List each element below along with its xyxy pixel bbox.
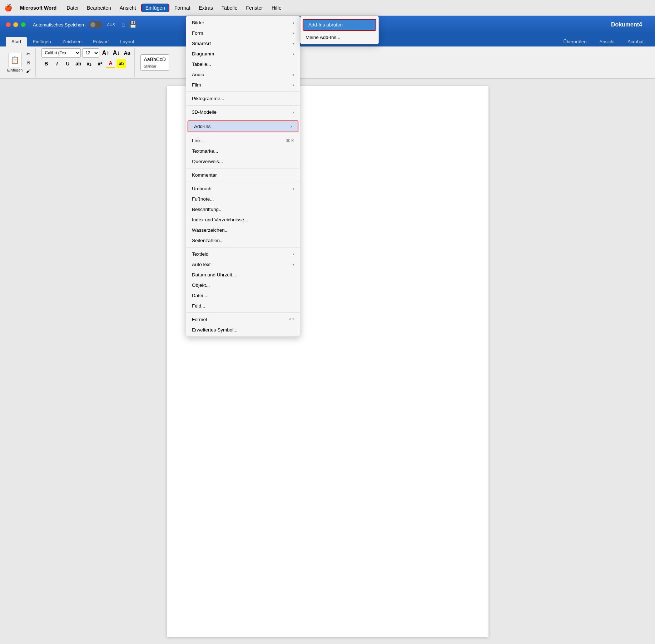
cut-button[interactable]: ✂ [24, 50, 33, 58]
menu-item-seitenzahlen[interactable]: Seitenzahlen... [186, 235, 300, 246]
addins-abrufen-button[interactable]: Add-Ins abrufen [303, 20, 376, 30]
ribbon: 📋 Einfügen ✂ ⎘ 🖌 Calibri (Tex... 12 A↑ A… [0, 46, 655, 79]
menu-item-tabelle[interactable]: Tabelle... [186, 59, 300, 69]
minimize-button[interactable] [13, 22, 18, 27]
smartart-arrow: › [293, 41, 294, 46]
bold-button[interactable]: B [41, 59, 51, 68]
menu-item-beschriftung-label: Beschriftung... [192, 207, 223, 212]
maximize-button[interactable] [21, 22, 26, 27]
close-button[interactable] [6, 22, 11, 27]
menu-item-feld[interactable]: Feld... [186, 301, 300, 311]
menu-item-3d[interactable]: 3D-Modelle › [186, 107, 300, 117]
menu-item-wasserzeichen-label: Wasserzeichen... [192, 227, 229, 233]
separator-5 [186, 168, 300, 168]
menu-item-form[interactable]: Form › [186, 28, 300, 38]
menubar-einfuegen-highlight: Einfügen [141, 4, 169, 12]
tab-layout[interactable]: Layout [114, 37, 140, 46]
menu-item-textmarke[interactable]: Textmarke... [186, 146, 300, 156]
menubar-item-hilfe[interactable]: Hilfe [268, 4, 285, 12]
tab-zeichnen[interactable]: Zeichnen [57, 37, 87, 46]
menu-item-index[interactable]: Index und Verzeichnisse... [186, 215, 300, 225]
font-name-dropdown[interactable]: Calibri (Tex... [41, 48, 81, 58]
save-icon[interactable]: 💾 [129, 21, 137, 29]
menubar-item-datei[interactable]: Datei [63, 4, 82, 12]
menu-item-formel[interactable]: Formel ^ * [186, 314, 300, 325]
menu-item-form-label: Form [192, 30, 203, 36]
menu-item-querverweis-label: Querverweis... [192, 159, 223, 164]
menu-item-autotext[interactable]: AutoText › [186, 259, 300, 270]
font-shrink-button[interactable]: A↓ [111, 48, 121, 58]
link-shortcut: ⌘ K [286, 138, 294, 143]
separator-2 [186, 105, 300, 105]
menu-item-addins[interactable]: Add-Ins › [188, 121, 298, 132]
menu-item-objekt[interactable]: Objekt... [186, 280, 300, 290]
menubar-item-word[interactable]: Microsoft Word [16, 4, 60, 12]
menubar-item-format[interactable]: Format [171, 4, 194, 12]
3d-arrow: › [293, 110, 294, 115]
menu-item-querverweis[interactable]: Querverweis... [186, 156, 300, 167]
paste-icon: 📋 [9, 53, 21, 67]
menubar-item-extras[interactable]: Extras [195, 4, 217, 12]
menu-item-diagramm-label: Diagramm [192, 51, 214, 56]
menu-item-beschriftung[interactable]: Beschriftung... [186, 204, 300, 215]
change-case-button[interactable]: Aа [122, 48, 132, 58]
tab-start[interactable]: Start [6, 37, 27, 46]
underline-button[interactable]: U [63, 59, 72, 68]
tab-entwurf[interactable]: Entwurf [87, 37, 114, 46]
traffic-lights [6, 22, 26, 27]
autosave-toggle[interactable] [89, 21, 102, 28]
menu-item-erweitertes-symbol[interactable]: Erweitertes Symbol... [186, 325, 300, 335]
menu-item-fussnote-label: Fußnote... [192, 196, 214, 202]
font-color-button[interactable]: A [106, 59, 115, 68]
tab-einfuegen[interactable]: Einfügen [27, 37, 56, 46]
my-addins-label: Meine Add-Ins... [306, 35, 341, 40]
menu-item-bilder[interactable]: Bilder › [186, 18, 300, 28]
menubar-item-fenster[interactable]: Fenster [242, 4, 266, 12]
menu-item-kommentar-label: Kommentar [192, 172, 217, 178]
menu-item-piktogramme[interactable]: Piktogramme... [186, 93, 300, 104]
menu-item-bilder-label: Bilder [192, 20, 204, 25]
menu-item-wasserzeichen[interactable]: Wasserzeichen... [186, 225, 300, 235]
format-painter-button[interactable]: 🖌 [24, 67, 33, 75]
strikethrough-button[interactable]: ab [74, 59, 83, 68]
menu-item-fussnote[interactable]: Fußnote... [186, 194, 300, 204]
menu-item-diagramm[interactable]: Diagramm › [186, 49, 300, 59]
font-grow-button[interactable]: A↑ [101, 48, 110, 58]
font-size-dropdown[interactable]: 12 [82, 48, 99, 58]
menu-item-film[interactable]: Film › [186, 80, 300, 90]
apple-menu-icon[interactable]: 🍎 [4, 4, 12, 12]
menu-item-kommentar[interactable]: Kommentar [186, 170, 300, 180]
film-arrow: › [293, 83, 294, 88]
separator-1 [186, 92, 300, 92]
menubar-item-ansicht[interactable]: Ansicht [116, 4, 140, 12]
menubar-item-einfuegen[interactable]: Einfügen [142, 4, 169, 12]
tab-acrobat[interactable]: Acrobat [622, 37, 649, 46]
menu-item-textfeld[interactable]: Textfeld › [186, 249, 300, 259]
separator-4 [186, 134, 300, 134]
formel-shortcut: ^ * [289, 317, 294, 322]
menu-item-audio[interactable]: Audio › [186, 69, 300, 80]
menubar-item-tabelle[interactable]: Tabelle [218, 4, 241, 12]
menubar-item-bearbeiten[interactable]: Bearbeiten [83, 4, 115, 12]
tab-ansicht[interactable]: Ansicht [594, 37, 621, 46]
highlight-button[interactable]: ab [116, 59, 126, 68]
superscript-button[interactable]: x² [95, 59, 104, 68]
menu-item-tabelle-label: Tabelle... [192, 62, 211, 67]
menu-item-feld-label: Feld... [192, 303, 205, 309]
menu-item-smartart[interactable]: SmartArt › [186, 38, 300, 49]
addins-submenu: Add-Ins abrufen Meine Add-Ins... [300, 16, 379, 44]
menu-item-datei[interactable]: Datei... [186, 290, 300, 301]
menu-item-autotext-label: AutoText [192, 262, 211, 267]
subscript-button[interactable]: x₂ [84, 59, 94, 68]
italic-button[interactable]: I [52, 59, 61, 68]
copy-button[interactable]: ⎘ [24, 59, 33, 67]
einfuegen-label: Einfügen [7, 68, 23, 72]
tab-ueberpruefen[interactable]: Überprüfen [558, 37, 592, 46]
my-addins-button[interactable]: Meine Add-Ins... [301, 32, 378, 43]
home-icon[interactable]: ⌂ [121, 21, 125, 29]
menu-item-link[interactable]: Link... ⌘ K [186, 136, 300, 146]
addins-highlight-border: Add-Ins › [188, 121, 298, 132]
menu-item-datumuhrzeit[interactable]: Datum und Uhrzeit... [186, 270, 300, 280]
menu-item-umbruch[interactable]: Umbruch › [186, 183, 300, 194]
umbruch-arrow: › [293, 186, 294, 191]
